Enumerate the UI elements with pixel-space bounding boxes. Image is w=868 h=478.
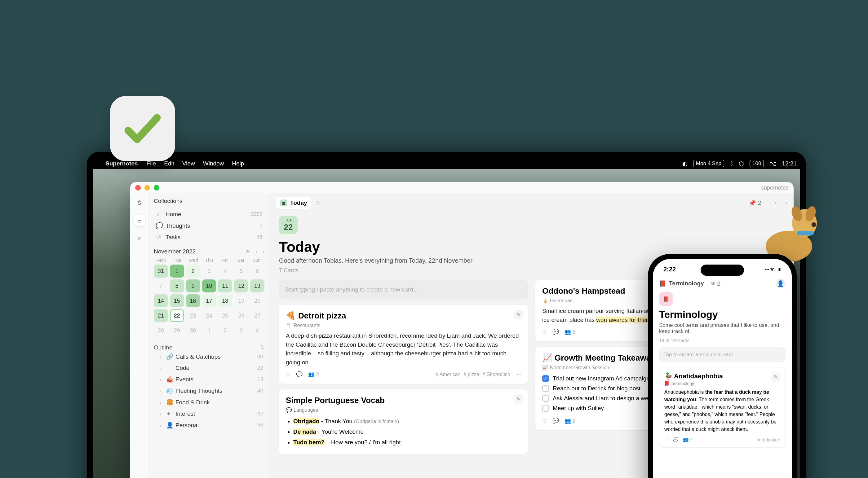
- calendar-day[interactable]: 4: [250, 324, 265, 337]
- calendar-day[interactable]: 30: [186, 324, 200, 337]
- rail-list-icon[interactable]: ☰: [134, 215, 145, 226]
- comment-icon[interactable]: 💬: [296, 371, 303, 378]
- checkbox[interactable]: [542, 385, 549, 392]
- calendar-day[interactable]: 9: [186, 279, 200, 293]
- calendar-day[interactable]: 3: [202, 265, 216, 278]
- heart-icon[interactable]: ♡: [664, 437, 669, 442]
- people-count[interactable]: 👥 3: [564, 329, 576, 335]
- comment-icon[interactable]: 💬: [552, 418, 559, 424]
- menu-window[interactable]: Window: [203, 160, 224, 167]
- comment-icon[interactable]: 💬: [673, 437, 679, 442]
- menu-edit[interactable]: Edit: [164, 160, 174, 167]
- brightness-icon[interactable]: ☀: [245, 248, 250, 255]
- calendar-day[interactable]: 6: [250, 265, 265, 278]
- edit-icon[interactable]: ✎: [514, 310, 523, 319]
- tag[interactable]: # pizza: [463, 372, 479, 377]
- menubar-date[interactable]: Mon 4 Sep: [693, 160, 724, 167]
- more-icon[interactable]: ⋯: [516, 371, 521, 378]
- calendar-day[interactable]: 23: [186, 309, 200, 322]
- filter-icon[interactable]: ⚞: [316, 200, 320, 206]
- sort-icon[interactable]: ⇅: [259, 344, 265, 351]
- calendar-day[interactable]: 11: [218, 279, 232, 293]
- phone-create-input[interactable]: Tap to create a new child card...: [659, 347, 785, 362]
- calendar-day[interactable]: 31: [154, 265, 168, 278]
- calendar-day[interactable]: 19: [234, 294, 248, 307]
- calendar-day[interactable]: 17: [202, 294, 216, 307]
- outline-item[interactable]: ›Code22: [154, 363, 265, 374]
- calendar-day[interactable]: 12: [234, 279, 248, 293]
- menu-help[interactable]: Help: [232, 160, 244, 167]
- calendar-day[interactable]: 2: [218, 324, 232, 337]
- dnd-icon[interactable]: ◐: [682, 160, 688, 167]
- wifi-icon[interactable]: ⬡: [739, 160, 744, 167]
- outline-item[interactable]: ›🍔Food & Drink: [154, 397, 265, 408]
- calendar-day[interactable]: 1: [170, 265, 184, 278]
- people-count[interactable]: 👥 2: [564, 418, 576, 424]
- edit-icon[interactable]: ✎: [771, 372, 780, 382]
- menubar-time[interactable]: 12:21: [782, 160, 797, 167]
- calendar-day[interactable]: 15: [170, 294, 184, 307]
- control-center-icon[interactable]: ⌥: [769, 160, 776, 167]
- nav-item[interactable]: ⌂Home3258: [154, 209, 265, 220]
- calendar-day[interactable]: 21: [154, 309, 168, 322]
- calendar-day[interactable]: 16: [186, 294, 200, 307]
- bluetooth-icon[interactable]: ᛒ: [730, 160, 733, 167]
- nav-item[interactable]: 💭Thoughts9: [154, 220, 265, 231]
- calendar-day[interactable]: 3: [234, 324, 248, 337]
- calendar-day[interactable]: 4: [218, 265, 232, 278]
- nav-item[interactable]: ☑Tasks46: [154, 231, 265, 243]
- people-count[interactable]: 👥 2: [683, 437, 693, 442]
- calendar-day[interactable]: 28: [154, 324, 168, 337]
- view-selector[interactable]: ▦ Today: [276, 197, 312, 209]
- calendar-day[interactable]: 27: [250, 309, 265, 322]
- edit-icon[interactable]: ✎: [514, 395, 523, 404]
- menu-view[interactable]: View: [182, 160, 195, 167]
- calendar-day[interactable]: 24: [202, 309, 216, 322]
- rail-logo-icon[interactable]: Ŝ: [134, 198, 145, 209]
- tag[interactable]: # definition: [757, 437, 780, 442]
- checkbox[interactable]: [542, 405, 549, 412]
- calendar-prev-icon[interactable]: ‹: [255, 248, 257, 255]
- calendar-day[interactable]: 29: [170, 324, 184, 337]
- calendar-day[interactable]: 18: [218, 294, 232, 307]
- calendar-day[interactable]: 20: [250, 294, 265, 307]
- card-detroit-pizza[interactable]: ✎ 🍕Detroit pizza 🍴Restaurants A deep-dis…: [279, 305, 528, 384]
- heart-icon[interactable]: ♡: [542, 329, 547, 335]
- battery-indicator[interactable]: 100: [750, 160, 764, 167]
- calendar-day[interactable]: 8: [170, 279, 184, 293]
- outline-item[interactable]: ›✦Interest32: [154, 408, 265, 419]
- checkbox[interactable]: [542, 395, 549, 402]
- people-count[interactable]: 👥 2: [308, 371, 319, 378]
- outline-item[interactable]: ›🎪Events13: [154, 374, 265, 385]
- comment-icon[interactable]: 💬: [552, 329, 559, 335]
- app-name[interactable]: Supernotes: [105, 160, 138, 167]
- minimize-button[interactable]: [145, 185, 150, 191]
- heart-icon[interactable]: ♡: [286, 371, 290, 378]
- calendar-day[interactable]: 14: [154, 294, 168, 307]
- calendar-day[interactable]: 22: [170, 309, 184, 322]
- rail-search-icon[interactable]: ⌕: [134, 232, 145, 243]
- phone-card-anatidaephobia[interactable]: ✎ 🦆 Anatidaephobia 📕 Terminology Anatida…: [659, 367, 785, 448]
- calendar-next-icon[interactable]: ›: [262, 248, 265, 255]
- close-button[interactable]: [135, 185, 141, 191]
- menu-file[interactable]: File: [147, 160, 156, 167]
- calendar-day[interactable]: 10: [202, 279, 216, 293]
- card-portuguese-vocab[interactable]: ✎ Simple Portuguese Vocab 💬Languages Obr…: [279, 389, 528, 454]
- calendar-day[interactable]: 13: [250, 279, 265, 293]
- calendar-day[interactable]: 26: [234, 309, 248, 322]
- checkbox[interactable]: ✓: [542, 375, 549, 382]
- outline-item[interactable]: ›💨Fleeting Thoughts40: [154, 385, 265, 397]
- calendar-day[interactable]: 5: [234, 265, 248, 278]
- calendar-day[interactable]: 25: [218, 309, 232, 322]
- heart-icon[interactable]: ♡: [542, 418, 547, 424]
- outline-item[interactable]: ›🔗Calls & Catchups30: [154, 351, 265, 363]
- avatar[interactable]: 👤: [776, 278, 785, 288]
- outline-item[interactable]: ›👤Personal44: [154, 419, 265, 431]
- calendar-day[interactable]: 1: [202, 324, 216, 337]
- create-card-input[interactable]: Start typing / paste anything to create …: [279, 280, 528, 299]
- calendar-day[interactable]: 2: [186, 265, 200, 278]
- phone-filter[interactable]: ⚞ 2: [710, 280, 720, 287]
- tag[interactable]: # Shoreditch: [483, 372, 510, 377]
- tag[interactable]: # American: [436, 372, 460, 377]
- phone-breadcrumb[interactable]: 📕 Terminology: [659, 280, 704, 287]
